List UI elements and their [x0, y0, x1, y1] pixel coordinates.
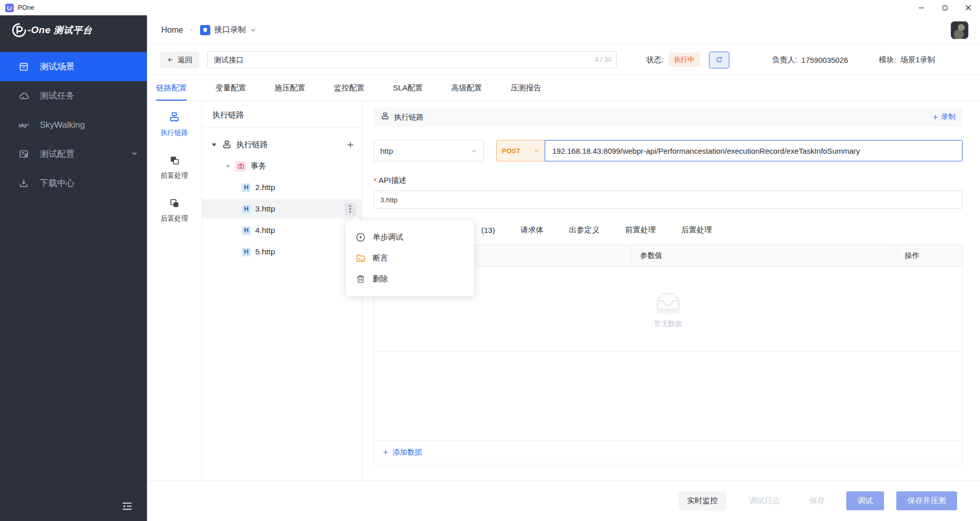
menu-item-assertion[interactable]: 断言	[346, 248, 474, 269]
sidebar-item-test-scene[interactable]: 测试场景	[0, 52, 147, 81]
rail-item-exec-chain[interactable]: 执行链路	[161, 111, 188, 137]
trash-icon	[356, 274, 365, 284]
app-window: POne -One 测试平台	[0, 0, 980, 521]
titlebar-left: POne	[0, 4, 34, 12]
owner-value: 17590035026	[801, 56, 848, 64]
sidebar-item-test-task[interactable]: 测试任务	[0, 81, 147, 110]
debug-button[interactable]: 调试	[846, 491, 884, 510]
tree-group-transaction[interactable]: 事务	[202, 156, 362, 176]
rail-item-pre-process[interactable]: 前置处理	[161, 155, 188, 180]
api-desc-input[interactable]	[374, 191, 963, 209]
content-area: 执行链路 前置处理	[147, 101, 980, 480]
footer-action-bar: 实时监控 调试日志 保存 调试 保存并压测	[147, 480, 980, 521]
status-label: 状态:	[646, 55, 664, 65]
transaction-camera-icon	[235, 161, 246, 172]
sidebar-item-skywalking[interactable]: sky SkyWalking	[0, 110, 147, 139]
subtab-request-body[interactable]: 请求体	[521, 225, 544, 235]
tree-root-exec-chain[interactable]: 执行链路	[202, 135, 362, 154]
url-input[interactable]	[545, 140, 963, 161]
status-badge: 执行中	[669, 53, 700, 67]
tree-node-3-http[interactable]: H 3.http	[202, 199, 362, 219]
empty-state-text: 暂无数据	[654, 319, 682, 328]
live-monitor-button[interactable]: 实时监控	[678, 491, 726, 510]
required-asterisk: *	[374, 176, 377, 185]
request-line-form: http POST	[374, 140, 963, 161]
breadcrumb-separator	[191, 29, 192, 31]
tab-monitor-config[interactable]: 监控配置	[334, 75, 364, 101]
record-button-label: 录制	[941, 112, 955, 122]
menu-item-single-step-debug[interactable]: 单步调试	[346, 227, 474, 248]
method-url-group: POST	[496, 140, 963, 161]
refresh-status-button[interactable]	[709, 52, 729, 68]
panel-header-title: 执行链路	[394, 112, 424, 122]
tab-link-config[interactable]: 链路配置	[156, 75, 187, 101]
id-card-icon	[18, 149, 29, 159]
subtab-output-params[interactable]: 出参定义	[569, 225, 600, 235]
tab-variable-config[interactable]: 变量配置	[215, 75, 246, 101]
rail-item-label: 后置处理	[161, 214, 188, 223]
subtab-pre-process[interactable]: 前置处理	[625, 225, 656, 235]
scene-toolbar: 返回 4 / 30 状态: 执行中 负责人: 17590035026 模块: 场…	[147, 45, 980, 75]
menu-item-label: 断言	[373, 253, 388, 263]
sidebar-item-test-config[interactable]: 测试配置	[0, 139, 147, 169]
assertion-icon	[356, 253, 365, 263]
tab-pressure-config[interactable]: 施压配置	[275, 75, 305, 101]
rail-item-label: 前置处理	[161, 171, 188, 180]
minimize-button[interactable]	[910, 0, 933, 15]
menu-item-delete[interactable]: 删除	[346, 269, 474, 290]
rail-item-post-process[interactable]: 后置处理	[161, 198, 188, 223]
method-select[interactable]: POST	[496, 140, 545, 161]
subtab-params-count[interactable]: (13)	[481, 226, 495, 234]
api-desc-label-row: * API描述	[374, 176, 963, 185]
module-tab-label: 接口录制	[214, 25, 246, 35]
tree-node-5-http[interactable]: H 5.http	[202, 242, 362, 262]
module-tab-api-record[interactable]: 接口录制	[200, 25, 256, 35]
save-button[interactable]: 保存	[810, 496, 825, 506]
chain-node-icon	[168, 111, 180, 125]
arrow-left-icon	[167, 56, 174, 63]
exec-chain-tree-panel: 执行链路 执行链路	[202, 101, 362, 480]
close-button[interactable]	[957, 0, 980, 15]
back-button[interactable]: 返回	[160, 52, 199, 68]
breadcrumb-home[interactable]: Home	[161, 26, 183, 35]
os-titlebar: POne	[0, 0, 980, 15]
sidebar-item-download-center[interactable]: 下载中心	[0, 169, 147, 198]
tab-advanced-config[interactable]: 高级配置	[451, 75, 482, 101]
tree-node-4-http[interactable]: H 4.http	[202, 221, 362, 240]
sidebar-item-label: 测试任务	[40, 90, 75, 102]
chain-node-icon	[222, 140, 232, 150]
module-value: 场景1录制	[900, 55, 935, 65]
window-controls	[910, 0, 980, 15]
config-tabs: 链路配置 变量配置 施压配置 监控配置 SLA配置 高级配置 压测报告	[147, 75, 980, 101]
play-circle-icon	[356, 232, 365, 242]
tab-test-report[interactable]: 压测报告	[510, 75, 541, 101]
maximize-button[interactable]	[933, 0, 957, 15]
add-data-button[interactable]: 添加数据	[374, 441, 962, 464]
caret-down-icon[interactable]	[211, 142, 217, 148]
tree-root-label: 执行链路	[236, 139, 268, 150]
add-data-label: 添加数据	[393, 447, 422, 457]
scene-name-input[interactable]	[207, 51, 617, 68]
app-body: -One 测试平台 测试场景	[0, 15, 980, 521]
record-button[interactable]: 录制	[932, 112, 955, 122]
sidebar-collapse-icon[interactable]	[120, 500, 134, 515]
tab-sla-config[interactable]: SLA配置	[393, 75, 423, 101]
user-avatar[interactable]	[950, 21, 969, 39]
add-node-button[interactable]	[346, 140, 355, 149]
debug-log-button[interactable]: 调试日志	[749, 496, 780, 506]
sidebar-item-label: 测试场景	[40, 61, 75, 73]
chevron-down-icon	[131, 149, 138, 159]
owner-label: 负责人:	[772, 55, 797, 65]
http-badge: H	[242, 183, 251, 192]
subtab-post-process[interactable]: 后置处理	[681, 225, 712, 235]
save-and-run-button[interactable]: 保存并压测	[896, 491, 957, 510]
layers-icon	[169, 155, 180, 168]
protocol-select[interactable]: http	[374, 140, 484, 161]
top-header: Home 接口录制	[147, 15, 980, 45]
tree-node-2-http[interactable]: H 2.http	[202, 178, 362, 197]
kebab-dots-icon	[349, 205, 351, 213]
node-more-actions-button[interactable]	[345, 203, 356, 216]
refresh-icon	[715, 56, 723, 64]
caret-down-icon[interactable]	[226, 164, 230, 169]
tree-node-label: 3.http	[255, 204, 275, 214]
